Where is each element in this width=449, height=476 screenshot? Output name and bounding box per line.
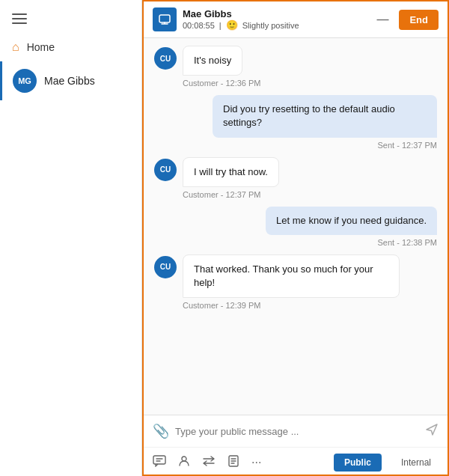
more-icon[interactable]: ···: [251, 456, 261, 469]
svg-point-2: [182, 457, 186, 461]
chat-header: Mae Gibbs 00:08:55 | 🙂 Slightly positive…: [144, 1, 448, 38]
avatar: CU: [154, 47, 177, 70]
message-time: Customer - 12:37 PM: [183, 190, 261, 199]
svg-rect-1: [153, 456, 165, 464]
message-5: CU That worked. Thank you so much for yo…: [154, 254, 437, 310]
end-button[interactable]: End: [399, 10, 439, 30]
avatar: CU: [154, 256, 177, 278]
sentiment-icon: 🙂: [226, 19, 238, 31]
message-text: Let me know if you need guidance.: [276, 215, 427, 226]
transfer-icon[interactable]: [202, 455, 216, 470]
chat-panel: Mae Gibbs 00:08:55 | 🙂 Slightly positive…: [142, 0, 449, 476]
messages-area: CU It's noisy Customer - 12:36 PM Did yo…: [144, 38, 448, 415]
message-2: Did you try resetting to the default aud…: [154, 95, 437, 149]
customer-name: Mae Gibbs: [183, 8, 366, 19]
chat-meta: 00:08:55 | 🙂 Slightly positive: [183, 19, 366, 31]
message-text: That worked. Thank you so much for your …: [194, 263, 373, 288]
message-input[interactable]: [175, 426, 419, 437]
message-time: Sent - 12:38 PM: [378, 238, 438, 247]
message-bubble: Let me know if you need guidance.: [266, 207, 437, 235]
agent-icon[interactable]: [178, 455, 190, 470]
chat-header-info: Mae Gibbs 00:08:55 | 🙂 Slightly positive: [183, 8, 366, 31]
quick-replies-icon[interactable]: [153, 455, 166, 470]
toolbar-row: ··· Public Internal: [144, 447, 448, 475]
input-area: 📎: [144, 415, 448, 447]
message-bubble: I will try that now.: [183, 157, 279, 187]
menu-icon[interactable]: [0, 0, 141, 33]
home-label: Home: [27, 41, 55, 53]
message-time: Customer - 12:39 PM: [183, 301, 261, 310]
message-3: CU I will try that now. Customer - 12:37…: [154, 157, 437, 199]
attach-icon[interactable]: 📎: [153, 423, 169, 439]
message-text: Did you try resetting to the default aud…: [223, 103, 395, 128]
contact-name: Mae Gibbs: [44, 75, 95, 87]
message-bubble: Did you try resetting to the default aud…: [213, 95, 437, 137]
message-bubble: It's noisy: [183, 46, 242, 76]
sidebar-contact-mae-gibbs[interactable]: MG Mae Gibbs: [0, 61, 141, 100]
message-bubble: That worked. Thank you so much for your …: [183, 254, 400, 298]
message-time: Sent - 12:37 PM: [378, 141, 438, 150]
send-icon[interactable]: [425, 423, 439, 439]
chat-type-icon: [153, 7, 177, 31]
message-text: It's noisy: [194, 55, 231, 66]
chat-header-actions: ― End: [372, 10, 439, 30]
message-1: CU It's noisy Customer - 12:36 PM: [154, 46, 437, 88]
home-icon: ⌂: [12, 40, 19, 54]
sentiment-label: Slightly positive: [242, 21, 299, 30]
tab-public[interactable]: Public: [334, 454, 382, 472]
minimize-button[interactable]: ―: [372, 11, 393, 28]
avatar: MG: [13, 69, 37, 93]
message-text: I will try that now.: [194, 166, 268, 177]
notes-icon[interactable]: [227, 455, 239, 470]
chat-timer: 00:08:55: [183, 21, 215, 30]
separator: |: [219, 21, 222, 30]
sidebar: ⌂ Home MG Mae Gibbs: [0, 0, 142, 476]
message-4: Let me know if you need guidance. Sent -…: [154, 207, 437, 247]
sidebar-item-home[interactable]: ⌂ Home: [0, 33, 141, 61]
svg-rect-0: [159, 15, 170, 22]
avatar: CU: [154, 159, 177, 181]
tab-internal[interactable]: Internal: [394, 454, 439, 472]
message-time: Customer - 12:36 PM: [183, 79, 261, 88]
